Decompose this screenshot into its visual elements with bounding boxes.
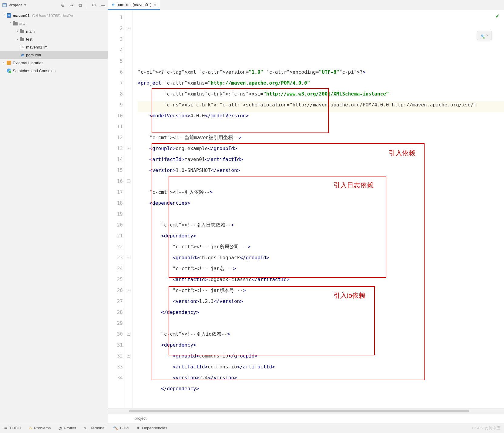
tool-terminal[interactable]: >_Terminal xyxy=(84,426,105,430)
chevron-right-icon[interactable]: › xyxy=(15,29,19,34)
annotation-label-logging: 引入日志依赖 xyxy=(334,181,374,190)
folder-icon xyxy=(20,38,24,41)
breadcrumb[interactable]: project xyxy=(108,414,504,423)
hammer-icon: 🔨 xyxy=(113,426,118,430)
status-bar: ≔TODO ⚠Problems ◔Profiler >_Terminal 🔨Bu… xyxy=(0,423,504,433)
close-icon[interactable]: × xyxy=(154,2,156,7)
label: Dependencies xyxy=(142,426,167,430)
node-label: Scratches and Consoles xyxy=(13,69,55,73)
project-header: Project ▼ ⊕ ⇥ ⧉ ⚙ — xyxy=(0,0,108,10)
file-label: maven01.iml xyxy=(26,45,49,49)
maven-icon: m↻ xyxy=(480,33,483,38)
folder-label: test xyxy=(26,37,32,42)
tree-scratches[interactable]: Scratches and Consoles xyxy=(0,67,108,75)
module-name: maven01 xyxy=(13,13,30,18)
fold-column: −−−−−−− xyxy=(126,10,133,408)
maven-icon: m xyxy=(21,52,23,57)
breadcrumb-item[interactable]: project xyxy=(135,416,146,421)
maven-reload-notification[interactable]: m↻ × xyxy=(477,31,492,40)
tree-root-module[interactable]: ˅ maven01 C:\Users\10765\IdeaPro xyxy=(0,12,108,19)
module-icon xyxy=(7,13,11,18)
terminal-icon: >_ xyxy=(84,426,89,430)
chevron-down-icon: ▼ xyxy=(24,3,27,7)
project-title-dropdown[interactable]: Project ▼ xyxy=(2,3,27,7)
warning-icon: ⚠ xyxy=(29,426,32,430)
editor-tabs: m pom.xml (maven01) × xyxy=(108,0,504,10)
chevron-right-icon[interactable]: › xyxy=(2,61,6,65)
tree-folder-src[interactable]: ˅ src xyxy=(0,19,108,27)
tree-folder-test[interactable]: › test xyxy=(0,35,108,43)
close-icon[interactable]: × xyxy=(486,33,489,38)
collapse-all-icon[interactable]: ⧉ xyxy=(79,2,82,8)
node-label: External Libraries xyxy=(13,61,43,65)
tool-problems[interactable]: ⚠Problems xyxy=(29,426,51,430)
tab-pom-xml[interactable]: m pom.xml (maven01) × xyxy=(108,0,160,10)
chevron-right-icon[interactable]: › xyxy=(15,37,19,42)
project-icon xyxy=(2,3,7,7)
svg-rect-1 xyxy=(3,3,6,4)
label: TODO xyxy=(9,426,21,430)
tool-todo[interactable]: ≔TODO xyxy=(4,426,21,430)
module-path: C:\Users\10765\IdeaPro xyxy=(32,13,74,18)
folder-label: main xyxy=(26,29,35,34)
hide-icon[interactable]: — xyxy=(101,2,105,8)
tree-folder-main[interactable]: › main xyxy=(0,27,108,35)
tab-label: pom.xml (maven01) xyxy=(116,2,151,7)
label: Terminal xyxy=(90,426,105,430)
annotation-label-dependencies: 引入依赖 xyxy=(389,149,415,158)
scrollbar-thumb[interactable] xyxy=(129,410,469,412)
project-tool-window: Project ▼ ⊕ ⇥ ⧉ ⚙ — ˅ maven01 C:\Users\1… xyxy=(0,0,108,423)
separator xyxy=(87,2,87,8)
inspection-ok-icon[interactable]: ✔ xyxy=(495,13,500,19)
library-icon xyxy=(7,61,11,65)
code-editor[interactable]: 1234567891011121314151617181920212223242… xyxy=(108,10,504,408)
tree-file-pom[interactable]: m pom.xml xyxy=(0,51,108,59)
gutter: 1234567891011121314151617181920212223242… xyxy=(108,10,126,408)
profiler-icon: ◔ xyxy=(59,426,62,430)
project-label: Project xyxy=(8,3,22,7)
maven-icon: m xyxy=(112,2,114,7)
layers-icon: ❖ xyxy=(136,426,140,430)
horizontal-scrollbar[interactable] xyxy=(108,408,504,414)
tool-build[interactable]: 🔨Build xyxy=(113,426,129,430)
annotation-label-io: 引入io依赖 xyxy=(334,291,365,300)
label: Problems xyxy=(34,426,51,430)
file-icon xyxy=(20,45,24,49)
label: Profiler xyxy=(64,426,76,430)
tool-dependencies[interactable]: ❖Dependencies xyxy=(136,426,167,430)
label: Build xyxy=(120,426,129,430)
gear-icon[interactable]: ⚙ xyxy=(92,2,96,8)
chevron-down-icon[interactable]: ˅ xyxy=(2,13,6,18)
watermark: CSDN @何中应 xyxy=(472,425,500,431)
project-tree[interactable]: ˅ maven01 C:\Users\10765\IdeaPro ˅ src ›… xyxy=(0,10,108,76)
folder-icon xyxy=(20,30,24,33)
scratch-icon xyxy=(7,69,11,73)
folder-icon xyxy=(13,22,18,25)
editor-pane: m pom.xml (maven01) × 123456789101112131… xyxy=(108,0,504,423)
tree-external-libraries[interactable]: › External Libraries xyxy=(0,59,108,67)
code-area[interactable]: "c-pi"><?"c-tag">xml "c-attr">version="1… xyxy=(133,10,504,408)
tool-profiler[interactable]: ◔Profiler xyxy=(59,426,76,430)
chevron-down-icon[interactable]: ˅ xyxy=(8,21,13,26)
expand-icon[interactable]: ⇥ xyxy=(70,2,74,8)
folder-label: src xyxy=(19,21,25,26)
tree-file-iml[interactable]: maven01.iml xyxy=(0,43,108,51)
file-label: pom.xml xyxy=(26,53,41,57)
todo-icon: ≔ xyxy=(4,426,8,430)
locate-icon[interactable]: ⊕ xyxy=(61,2,65,8)
